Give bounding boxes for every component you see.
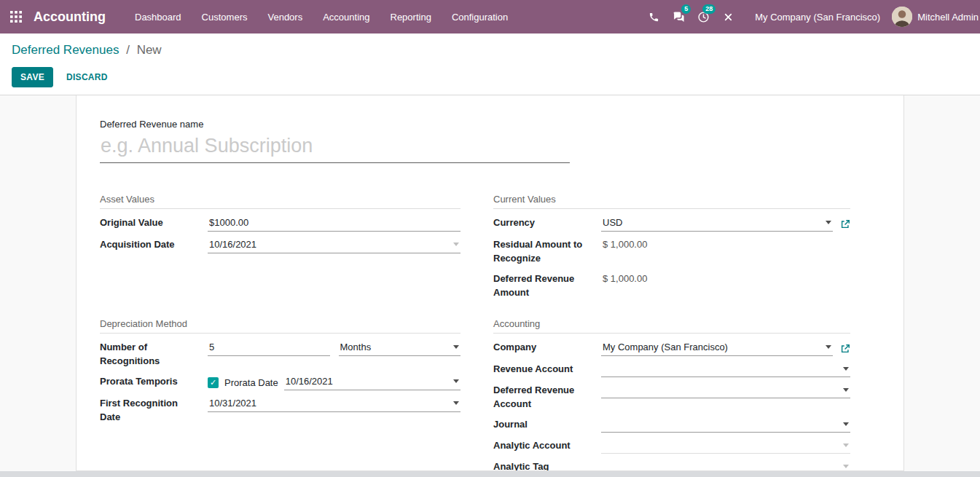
recognition-unit-select[interactable]: Months <box>339 341 461 356</box>
breadcrumb-parent-link[interactable]: Deferred Revenues <box>12 43 119 57</box>
field-row-residual-amount: Residual Amount to Recognize $ 1,000.00 <box>493 234 850 269</box>
chevron-down-icon <box>453 243 459 246</box>
save-button[interactable]: SAVE <box>12 67 53 87</box>
currency-label: Currency <box>493 216 601 230</box>
phone-glyph-icon <box>648 12 659 23</box>
chevron-down-icon <box>826 221 831 224</box>
analytic-account-label: Analytic Account <box>493 439 601 453</box>
menu-accounting[interactable]: Accounting <box>313 0 380 33</box>
navbar-systray: 5 28 My Company (San Francisco) Mi <box>641 0 980 33</box>
menu-reporting[interactable]: Reporting <box>380 0 442 33</box>
deferred-revenue-account-select[interactable] <box>601 384 850 398</box>
number-of-recognitions-input[interactable] <box>208 341 330 356</box>
section-depreciation-method: Depreciation Method Number of Recognitio… <box>100 318 460 471</box>
prorata-checkbox[interactable] <box>208 377 219 388</box>
field-row-analytic-account: Analytic Account <box>493 435 850 457</box>
company-select[interactable]: My Company (San Francisco) <box>601 341 833 356</box>
section-asset-values: Asset Values Original Value Acquisition … <box>100 194 460 302</box>
field-row-deferred-amount: Deferred Revenue Amount $ 1,000.00 <box>493 269 850 303</box>
main-menu: Dashboard Customers Vendors Accounting R… <box>125 0 518 33</box>
section-accounting: Accounting Company My Company (San Franc… <box>493 318 850 471</box>
section-title-depreciation-method: Depreciation Method <box>100 318 460 334</box>
chevron-down-icon <box>843 388 849 392</box>
chevron-down-icon <box>826 345 831 349</box>
content-area: Deferred Revenue name Asset Values Origi… <box>0 95 980 471</box>
activities-icon[interactable]: 28 <box>691 0 716 33</box>
form-sheet: Deferred Revenue name Asset Values Origi… <box>76 95 904 471</box>
field-row-deferred-revenue-account: Deferred Revenue Account <box>493 380 850 414</box>
phone-icon[interactable] <box>641 0 666 33</box>
section-title-accounting: Accounting <box>493 318 850 334</box>
acquisition-date-input[interactable]: 10/16/2021 <box>208 238 460 253</box>
currency-value: USD <box>603 217 821 228</box>
chevron-down-icon <box>843 444 849 447</box>
menu-dashboard[interactable]: Dashboard <box>125 0 192 33</box>
external-link-icon <box>840 219 850 229</box>
first-recognition-date-input[interactable]: 10/31/2021 <box>208 397 460 412</box>
field-row-original-value: Original Value <box>100 213 460 234</box>
deferred-revenue-account-label: Deferred Revenue Account <box>493 384 601 411</box>
close-icon[interactable] <box>716 0 740 33</box>
chevron-down-icon <box>453 401 459 405</box>
company-external-link-icon[interactable] <box>840 344 850 354</box>
field-row-currency: Currency USD <box>493 213 850 234</box>
menu-configuration[interactable]: Configuration <box>442 0 518 33</box>
chevron-down-icon <box>453 345 459 349</box>
section-current-values: Current Values Currency USD <box>493 194 850 302</box>
discard-button[interactable]: DISCARD <box>65 68 109 87</box>
chevron-down-icon <box>843 367 849 371</box>
revenue-account-label: Revenue Account <box>493 363 601 377</box>
horizontal-scrollbar[interactable] <box>0 471 980 477</box>
field-row-journal: Journal <box>493 414 850 435</box>
field-row-prorata-temporis: Prorata Temporis Prorata Date 10/16/2021 <box>100 371 460 393</box>
acquisition-date-value: 10/16/2021 <box>209 239 449 250</box>
breadcrumb-current: New <box>137 43 162 57</box>
form-grid: Asset Values Original Value Acquisition … <box>100 194 880 471</box>
deferred-amount-value: $ 1,000.00 <box>601 272 850 287</box>
messages-badge: 5 <box>681 4 691 14</box>
activities-badge: 28 <box>702 4 716 14</box>
section-title-current-values: Current Values <box>493 194 850 209</box>
revenue-account-select[interactable] <box>601 363 850 377</box>
residual-amount-value: $ 1,000.00 <box>601 238 850 253</box>
record-name-label: Deferred Revenue name <box>100 119 880 130</box>
prorata-date-input[interactable]: 10/16/2021 <box>284 375 460 390</box>
analytic-account-select[interactable] <box>601 439 850 454</box>
user-avatar <box>892 7 912 27</box>
record-name-input[interactable] <box>100 133 570 163</box>
prorata-date-label: Prorata Date <box>224 377 278 388</box>
x-glyph-icon <box>724 12 733 22</box>
prorata-date-value: 10/16/2021 <box>286 376 449 387</box>
menu-customers[interactable]: Customers <box>192 0 258 33</box>
analytic-tag-label: Analytic Tag <box>493 460 601 471</box>
field-row-analytic-tag: Analytic Tag <box>493 457 850 471</box>
chevron-down-icon <box>453 379 459 383</box>
section-title-asset-values: Asset Values <box>100 194 460 209</box>
control-panel: Deferred Revenues / New SAVE DISCARD <box>0 33 980 95</box>
apps-grid-icon[interactable] <box>0 0 32 33</box>
user-name: Mitchell Admin <box>917 12 979 23</box>
company-switcher[interactable]: My Company (San Francisco) <box>755 12 880 23</box>
field-row-company: Company My Company (San Francisco) <box>493 337 850 359</box>
app-name[interactable]: Accounting <box>34 9 106 25</box>
avatar-image <box>892 7 912 27</box>
original-value-input[interactable] <box>208 216 460 232</box>
deferred-amount-label: Deferred Revenue Amount <box>493 272 601 300</box>
user-menu[interactable]: Mitchell Admin <box>892 7 980 27</box>
field-row-acquisition-date: Acquisition Date 10/16/2021 <box>100 234 460 256</box>
currency-external-link-icon[interactable] <box>840 219 850 229</box>
currency-select[interactable]: USD <box>601 216 833 232</box>
company-value: My Company (San Francisco) <box>603 342 821 352</box>
recognition-unit-value: Months <box>340 342 450 352</box>
breadcrumb-separator: / <box>126 43 130 57</box>
original-value-label: Original Value <box>100 216 208 230</box>
company-label: Company <box>493 341 601 355</box>
number-of-recognitions-label: Number of Recognitions <box>100 341 208 368</box>
top-navbar: Accounting Dashboard Customers Vendors A… <box>0 0 980 33</box>
messages-icon[interactable]: 5 <box>666 0 691 33</box>
journal-select[interactable] <box>601 418 850 433</box>
analytic-tag-select[interactable] <box>601 460 850 471</box>
first-recognition-date-value: 10/31/2021 <box>209 398 449 409</box>
grid-icon <box>10 11 22 23</box>
menu-vendors[interactable]: Vendors <box>257 0 313 33</box>
